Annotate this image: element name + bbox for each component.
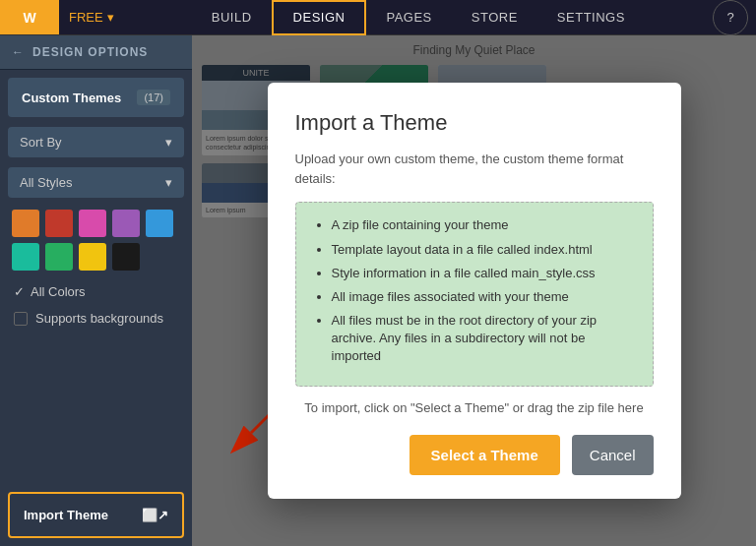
sort-by-label: Sort By [20,135,62,150]
logo-text: W [23,10,35,26]
all-styles-label: All Styles [20,175,72,190]
import-icon: ⬜↗ [142,508,168,522]
help-icon[interactable]: ? [713,0,748,35]
main-layout: ← DESIGN OPTIONS Custom Themes (17) Sort… [0,35,756,546]
chevron-down-icon: ▾ [165,135,172,150]
modal-title: Import a Theme [295,110,654,136]
list-item-1: A zip file containing your theme [332,216,635,234]
logo[interactable]: W [0,0,59,34]
nav-build[interactable]: BUILD [192,0,272,35]
sidebar: ← DESIGN OPTIONS Custom Themes (17) Sort… [0,35,192,546]
nav-store[interactable]: STORE [452,0,537,35]
all-colors-option[interactable]: ✓ All Colors [0,278,192,305]
top-nav: W FREE ▾ BUILD DESIGN PAGES STORE SETTIN… [0,0,756,35]
modal-actions: Select a Theme Cancel [295,435,654,475]
select-theme-button[interactable]: Select a Theme [410,435,560,475]
list-item-4: All image files associated with your the… [332,288,635,306]
cancel-button[interactable]: Cancel [572,435,654,475]
custom-themes-label: Custom Themes [22,91,121,105]
supports-bg-label: Supports backgrounds [35,311,163,326]
sidebar-spacer [0,332,192,484]
chevron-down-icon-2: ▾ [165,175,172,190]
swatch-black[interactable] [112,243,140,271]
modal-requirements-box: A zip file containing your theme Templat… [295,202,654,386]
modal-description: Upload your own custom theme, the custom… [295,150,654,188]
nav-items: BUILD DESIGN PAGES STORE SETTINGS [124,0,713,35]
import-theme-modal: Import a Theme Upload your own custom th… [268,83,681,498]
content-area: Finding My Quiet Place UNITE Lorem ipsum… [192,35,756,546]
supports-bg-checkbox[interactable] [14,312,28,326]
swatch-purple[interactable] [112,210,140,237]
all-colors-label: All Colors [31,284,86,299]
import-theme-button[interactable]: Import Theme ⬜↗ [8,492,184,538]
check-icon: ✓ [14,284,25,299]
supports-backgrounds-option[interactable]: Supports backgrounds [0,305,192,332]
back-arrow-icon: ← [12,45,25,59]
swatch-yellow[interactable] [79,243,106,271]
modal-overlay: Import a Theme Upload your own custom th… [192,35,756,546]
sidebar-header-label: DESIGN OPTIONS [32,45,148,59]
list-item-2: Template layout data in a file called in… [332,241,635,259]
swatch-blue[interactable] [146,210,173,237]
plan-selector[interactable]: FREE ▾ [59,10,124,25]
custom-themes-section[interactable]: Custom Themes (17) [8,78,184,117]
swatch-red[interactable] [45,210,73,237]
list-item-3: Style information in a file called main_… [332,265,635,282]
all-styles-dropdown[interactable]: All Styles ▾ [8,167,184,198]
modal-drop-text: To import, click on "Select a Theme" or … [295,400,654,415]
nav-settings[interactable]: SETTINGS [537,0,645,35]
import-theme-label: Import Theme [24,508,108,522]
swatch-teal[interactable] [12,243,39,271]
nav-pages[interactable]: PAGES [366,0,451,35]
sort-by-dropdown[interactable]: Sort By ▾ [8,127,184,157]
swatch-green[interactable] [45,243,73,271]
color-swatches [0,202,192,278]
swatch-pink[interactable] [79,210,106,237]
sidebar-back[interactable]: ← DESIGN OPTIONS [0,35,192,70]
swatch-orange[interactable] [12,210,39,237]
custom-themes-count: (17) [137,90,170,105]
list-item-5: All files must be in the root directory … [332,312,635,366]
nav-design[interactable]: DESIGN [272,0,367,35]
